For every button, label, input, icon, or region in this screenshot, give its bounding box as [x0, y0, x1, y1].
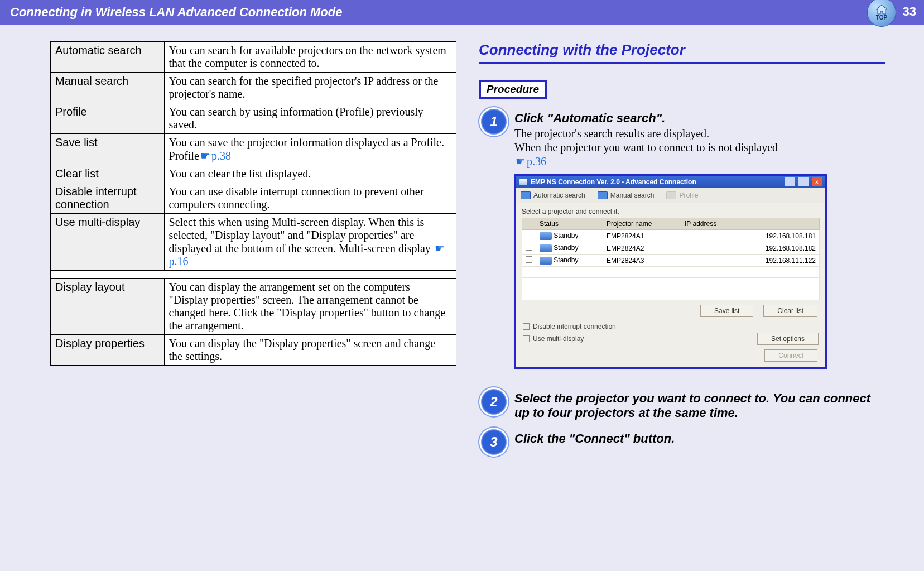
use-multi-display-checkbox[interactable]	[523, 335, 530, 342]
maximize-button[interactable]: □	[798, 177, 808, 186]
app-screenshot: EMP NS Connection Ver. 2.0 - Advanced Co…	[514, 174, 827, 369]
procedure-step: 2 Select the projector you want to conne…	[479, 389, 885, 421]
term-cell: Display layout	[51, 279, 165, 335]
table-row: Display layout You can display the arran…	[51, 279, 456, 335]
col-projector-name: Projector name	[603, 218, 681, 230]
term-cell: Disable interrupt connection	[51, 183, 165, 214]
desc-cell: You can search by using information (Pro…	[164, 103, 456, 134]
toolbar-label: Automatic search	[533, 191, 585, 199]
row-checkbox[interactable]	[526, 244, 532, 251]
automatic-search-tab[interactable]: Automatic search	[521, 191, 585, 199]
table-row: Manual search You can search for the spe…	[51, 73, 456, 103]
row-checkbox[interactable]	[526, 232, 532, 238]
table-row: Profile You can search by using informat…	[51, 103, 456, 134]
col-select	[522, 218, 536, 230]
table-row: Clear list You can clear the list displa…	[51, 165, 456, 183]
desc-cell: Select this when using Multi-screen disp…	[164, 214, 456, 271]
table-row: Display properties You can display the "…	[51, 335, 456, 366]
step-number-badge: 2	[481, 389, 507, 415]
term-cell: Automatic search	[51, 42, 165, 73]
close-button[interactable]: ×	[812, 177, 822, 186]
procedure-step: 1 Click "Automatic search". The projecto…	[479, 109, 885, 381]
procedure-step: 3 Click the "Connect" button.	[479, 429, 885, 455]
connect-button[interactable]: Connect	[764, 349, 817, 362]
top-nav-icon[interactable]: TOP	[867, 0, 896, 27]
ip-cell: 192.168.111.122	[681, 255, 820, 267]
app-instruction: Select a projector and connect it.	[516, 203, 825, 218]
ip-cell: 192.168.108.181	[681, 230, 820, 242]
minimize-button[interactable]: _	[785, 177, 795, 186]
disable-interrupt-checkbox[interactable]	[523, 323, 530, 330]
row-checkbox[interactable]	[526, 256, 532, 263]
status-cell: Standby	[554, 232, 578, 239]
step-number-badge: 1	[481, 109, 507, 135]
table-row: Disable interrupt connection You can use…	[51, 183, 456, 214]
projector-row[interactable]: Standby EMP2824A1 192.168.108.181	[522, 230, 820, 242]
right-column: Connecting with the Projector Procedure …	[479, 41, 885, 463]
left-column: Automatic search You can search for avai…	[50, 41, 456, 463]
step-title: Click the "Connect" button.	[514, 431, 885, 446]
col-ip-address: IP address	[681, 218, 820, 230]
term-cell: Display properties	[51, 335, 165, 366]
profile-icon	[666, 191, 676, 199]
step-body-text: The projector's search results are displ…	[514, 127, 778, 153]
table-row: Automatic search You can search for avai…	[51, 42, 456, 73]
desc-cell: You can search for the specified project…	[164, 73, 456, 103]
profile-tab[interactable]: Profile	[666, 191, 698, 199]
desc-text: Select this when using Multi-screen disp…	[169, 216, 434, 255]
page-title: Connecting in Wireless LAN Advanced Conn…	[10, 5, 342, 20]
svg-marker-0	[876, 5, 887, 14]
toolbar-label: Manual search	[610, 191, 654, 199]
step-title: Select the projector you want to connect…	[514, 391, 885, 420]
status-cell: Standby	[554, 256, 578, 264]
projector-icon	[540, 232, 552, 240]
projector-icon	[540, 244, 552, 252]
term-cell: Save list	[51, 134, 165, 165]
name-cell: EMP2824A3	[603, 255, 681, 267]
save-list-button[interactable]: Save list	[700, 305, 753, 317]
app-titlebar: EMP NS Connection Ver. 2.0 - Advanced Co…	[516, 176, 825, 188]
app-window-icon	[519, 179, 527, 185]
page-number: 33	[903, 4, 916, 19]
auto-search-icon	[521, 191, 531, 199]
desc-cell: You can display the arrangement set on t…	[164, 279, 456, 335]
procedure-label: Procedure	[479, 80, 547, 99]
step-number-badge: 3	[481, 429, 507, 455]
toolbar-label: Profile	[679, 191, 698, 199]
page-ref-link[interactable]: p.38	[199, 150, 231, 162]
ip-cell: 192.168.108.182	[681, 242, 820, 255]
manual-search-icon	[598, 191, 608, 199]
app-title: EMP NS Connection Ver. 2.0 - Advanced Co…	[531, 178, 696, 186]
col-status: Status	[536, 218, 603, 230]
term-cell: Manual search	[51, 73, 165, 103]
status-cell: Standby	[554, 244, 578, 252]
desc-cell: You can display the "Display properties"…	[164, 335, 456, 366]
term-cell: Use multi-display	[51, 214, 165, 271]
top-icon-label: TOP	[876, 15, 887, 21]
projector-list-table: Status Projector name IP address Standby…	[522, 218, 820, 300]
page-ref-link[interactable]: p.36	[514, 155, 546, 167]
step-title: Click "Automatic search".	[514, 111, 885, 126]
name-cell: EMP2824A2	[603, 242, 681, 255]
manual-search-tab[interactable]: Manual search	[598, 191, 654, 199]
projector-row[interactable]: Standby EMP2824A2 192.168.108.182	[522, 242, 820, 255]
clear-list-button[interactable]: Clear list	[763, 305, 817, 317]
definitions-table: Automatic search You can search for avai…	[50, 41, 456, 366]
desc-cell: You can clear the list displayed.	[164, 165, 456, 183]
term-cell: Clear list	[51, 165, 165, 183]
checkbox-label: Use multi-display	[533, 335, 584, 343]
desc-cell: You can save the projector information d…	[164, 134, 456, 165]
set-options-button[interactable]: Set options	[757, 333, 819, 345]
desc-cell: You can use disable interrupt connection…	[164, 183, 456, 214]
step-text: The projector's search results are displ…	[514, 127, 885, 169]
name-cell: EMP2824A1	[603, 230, 681, 242]
house-icon	[874, 4, 889, 15]
projector-row[interactable]: Standby EMP2824A3 192.168.111.122	[522, 255, 820, 267]
section-heading: Connecting with the Projector	[479, 41, 885, 64]
desc-cell: You can search for available projectors …	[164, 42, 456, 73]
table-row: Use multi-display Select this when using…	[51, 214, 456, 271]
app-toolbar: Automatic search Manual search Profile	[516, 188, 825, 203]
checkbox-label: Disable interrupt connection	[533, 323, 616, 330]
table-row: Save list You can save the projector inf…	[51, 134, 456, 165]
page-header: Connecting in Wireless LAN Advanced Conn…	[0, 0, 924, 25]
